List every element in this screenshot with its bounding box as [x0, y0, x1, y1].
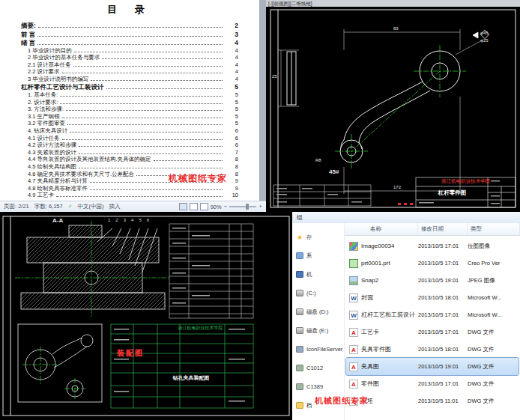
toc-leader-dots	[73, 66, 223, 67]
file-date-modified: 2013/10/5 17:01	[418, 243, 468, 249]
file-row[interactable]: prt0001.prt2013/10/5 17:01Creo Pro Ver	[346, 255, 519, 272]
toc-page-number: 5	[225, 121, 238, 127]
zoom-slider[interactable]	[229, 206, 256, 207]
nav-item[interactable]: (C:)	[292, 284, 344, 302]
proofing-check-icon[interactable]: ✓	[68, 204, 73, 210]
column-header-type[interactable]: 类型	[468, 223, 520, 235]
viewport-label[interactable]: [-][前视图][二维线框]	[268, 1, 312, 6]
file-row[interactable]: 夹具零件图2013/10/5 18:01DWG 文件	[346, 341, 519, 358]
file-type: JPEG 图像	[468, 277, 519, 284]
zoom-level[interactable]: 90%	[211, 204, 222, 210]
file-row[interactable]: 杠杆工艺和工装设计2013/10/5 17:01Microsoft W...	[346, 306, 519, 323]
status-word-count[interactable]: 字数: 6,157	[34, 203, 63, 210]
nav-item[interactable]: IconFileServer	[292, 340, 344, 359]
file-row[interactable]: Image000342013/10/5 17:01位图图像	[346, 237, 519, 255]
nav-item-label: 档	[306, 402, 312, 410]
print-layout-view-icon[interactable]	[179, 203, 187, 210]
toc-entry[interactable]: 3 毕业设计说明书的编写4	[0, 75, 259, 82]
creo-part-icon	[349, 259, 358, 268]
file-row[interactable]: Snap22013/10/5 19:01JPEG 图像	[346, 272, 519, 289]
word-page[interactable]: 目 录 摘要:2前 言3绪 言41 毕业设计的目的42 毕业设计的基本任务与要求…	[0, 0, 259, 201]
toc-page-number: 4	[225, 69, 238, 75]
zoom-in-icon[interactable]: +	[259, 204, 262, 210]
status-page-indicator[interactable]: 页面: 2/21	[4, 203, 29, 210]
file-name: 封面	[361, 293, 373, 302]
web-layout-view-icon[interactable]	[200, 203, 208, 210]
toc-leader-dots	[106, 88, 223, 89]
toc-entry[interactable]: 3.2 零件图审查5	[0, 119, 259, 127]
file-name: 零件图	[361, 380, 379, 388]
toc-entry-label: 杠杆零件工艺设计与工装设计	[21, 84, 104, 91]
status-language[interactable]: 中文(中国)	[78, 203, 104, 210]
toc-entry[interactable]: 4.4 导向装置的设计及其他装置结构.夹具体的确定8	[0, 155, 259, 162]
assembly-drawing-canvas[interactable]	[0, 212, 292, 420]
nav-item[interactable]: C1389	[292, 377, 344, 396]
part-drawing-canvas[interactable]	[266, 7, 520, 212]
toc-entry[interactable]: 前 言3	[0, 29, 259, 38]
reading-view-icon[interactable]	[190, 203, 198, 210]
toc-entry[interactable]: 4.9 工艺卡10	[0, 191, 259, 198]
file-row[interactable]: 夹具图2013/10/5 19:01DWG 文件	[346, 358, 519, 375]
toc-entry-label: 2. 设计要求:	[28, 100, 58, 106]
toc-leader-dots	[37, 36, 223, 37]
zoom-out-icon[interactable]: −	[224, 204, 228, 210]
file-date-modified: 2013/10/5 19:01	[418, 363, 468, 370]
file-name-cell: Snap2	[346, 276, 418, 285]
dwg-file-icon	[349, 345, 358, 354]
toc-entry[interactable]: 杠杆零件工艺设计与工装设计5	[0, 82, 259, 91]
organize-button-fragment[interactable]: 组	[297, 214, 303, 221]
toc-page-number: 8	[225, 156, 238, 162]
view-compass-icon[interactable]	[473, 30, 489, 38]
file-date-modified: 2013/10/5 18:01	[418, 294, 468, 301]
file-type: 位图图像	[468, 243, 519, 250]
toc-entry[interactable]: 2.1 设计基本任务4	[0, 61, 259, 68]
file-row[interactable]: 零件图2013/10/5 17:01DWG 文件	[346, 375, 519, 392]
nav-item[interactable]: 磁盘 (E:)	[292, 321, 344, 340]
column-header-name[interactable]: 名称	[345, 223, 418, 235]
toc-entry[interactable]: 4.5 绘制夹具结构图8	[0, 162, 259, 170]
file-name: 夹具图	[361, 362, 379, 371]
toc-entry-label: 2.1 设计基本任务	[28, 62, 71, 68]
side-view-geometry	[287, 52, 296, 105]
nav-item-label: (C:)	[306, 290, 316, 296]
toc-entry[interactable]: 4.3 夹紧装置的设计7	[0, 148, 259, 156]
toc-entry[interactable]: 3.1 生产纲领5	[0, 112, 259, 120]
nav-item[interactable]: 系	[292, 246, 344, 265]
cad-part-window: [-][前视图][二维线框]	[266, 0, 520, 212]
toc-entry[interactable]: 1 毕业设计的目的4	[0, 46, 259, 54]
toc-leader-dots	[60, 103, 223, 104]
table-text-marks	[276, 180, 500, 204]
file-row[interactable]: 工艺卡2013/10/5 17:01DWG 文件	[346, 323, 519, 341]
toc-entry[interactable]: 2 毕业设计的基本任务与要求4	[0, 53, 259, 61]
toc-entry[interactable]: 3. 方法和步骤:5	[0, 105, 259, 112]
toc-entry-label: 4.5 绘制夹具结构图	[28, 164, 76, 170]
column-header-date[interactable]: 修改日期	[418, 223, 468, 235]
nav-item[interactable]: ★存	[292, 228, 344, 246]
nav-item-label: 系	[306, 252, 312, 260]
toc-entry[interactable]: 4. 钻床夹具设计6	[0, 127, 259, 134]
toc-entry[interactable]: 2. 设计要求:5	[0, 98, 259, 106]
toc-entry-label: 4.4 导向装置的设计及其他装置结构.夹具体的确定	[28, 156, 151, 162]
toc-page-number: 4	[225, 55, 238, 61]
zoom-slider-thumb[interactable]	[246, 204, 249, 210]
toc-entry[interactable]: 4.1 设计任务6	[0, 134, 259, 141]
nav-item-label: 机	[306, 271, 312, 279]
toc-entry[interactable]: 1. 基本任务:5	[0, 91, 259, 98]
process-table-grid	[273, 185, 371, 206]
cad-assembly-window: A-A 123456 装配图 浙江机电职业技术学院 钻孔夹具装配图	[0, 212, 292, 420]
toc-entry[interactable]: 绪 言4	[0, 37, 259, 46]
toc-entry[interactable]: 4.8 绘制夹具非标准零件9	[0, 184, 259, 192]
viewport-controls[interactable]: [-][前视图][二维线框]	[266, 0, 520, 7]
file-row[interactable]: 封面2013/10/5 18:01Microsoft W...	[346, 289, 519, 306]
toc-entry[interactable]: 2.2 设计要求4	[0, 67, 259, 75]
toc-entry[interactable]: 摘要:2	[0, 20, 259, 29]
nav-item[interactable]: 磁盘 (D:)	[292, 302, 344, 321]
toc-entry-label: 4.8 绘制夹具非标准零件	[28, 186, 88, 192]
nav-item[interactable]: C1012	[292, 359, 344, 377]
status-insert-mode[interactable]: 插入	[109, 203, 121, 210]
toc-entry[interactable]: 4.2 设计方法和步骤6	[0, 141, 259, 148]
file-type: DWG 文件	[468, 329, 519, 336]
toc-page-number: 4	[225, 76, 238, 82]
nav-item[interactable]: 机	[292, 265, 344, 284]
file-row[interactable]: 毛坯2013/10/5 11:01DWG 文件	[346, 392, 519, 410]
